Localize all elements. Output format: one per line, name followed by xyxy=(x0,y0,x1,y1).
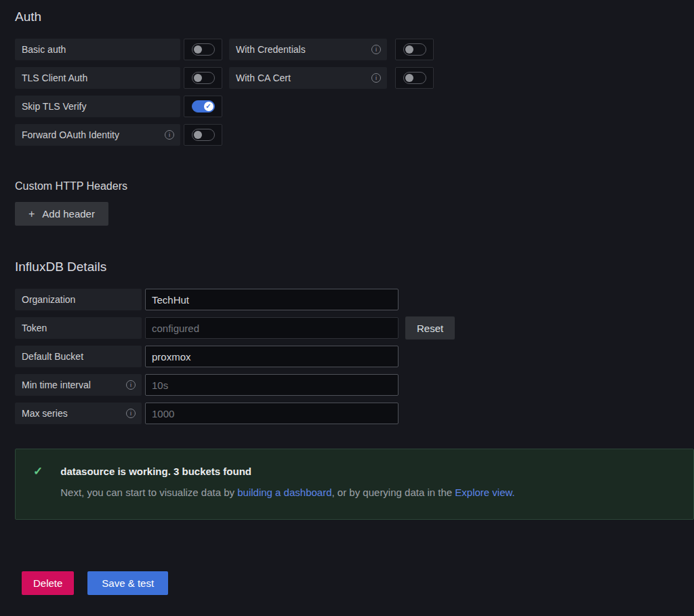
with-credentials-label: With Credentials i xyxy=(229,39,387,60)
max-series-input[interactable] xyxy=(145,403,399,424)
tls-client-auth-toggle[interactable]: ✓ xyxy=(192,72,215,84)
info-icon[interactable]: i xyxy=(371,73,381,83)
influxdb-details-title: InfluxDB Details xyxy=(15,260,694,274)
toggle-knob: ✓ xyxy=(194,131,202,139)
default-bucket-label-text: Default Bucket xyxy=(22,351,83,362)
max-series-label-text: Max series xyxy=(22,408,68,419)
skip-tls-verify-label: Skip TLS Verify xyxy=(15,96,180,117)
toggle-knob: ✓ xyxy=(405,45,413,54)
forward-oauth-toggle[interactable]: ✓ xyxy=(192,129,215,141)
info-icon[interactable]: i xyxy=(126,409,136,418)
tls-client-auth-label-text: TLS Client Auth xyxy=(22,73,87,83)
auth-row-basic: Basic auth ✓ With Credentials i ✓ xyxy=(15,39,694,60)
custom-http-headers-section: Custom HTTP Headers + Add header xyxy=(15,180,694,226)
organization-label: Organization xyxy=(15,289,142,310)
auth-row-skip-tls: Skip TLS Verify ✓ xyxy=(15,96,694,117)
basic-auth-label: Basic auth xyxy=(15,39,180,60)
min-time-interval-label-text: Min time interval xyxy=(22,379,91,390)
auth-toggle-rows: Basic auth ✓ With Credentials i ✓ TLS Cl… xyxy=(15,39,694,146)
min-time-interval-label: Min time interval i xyxy=(15,374,142,396)
building-dashboard-link[interactable]: building a dashboard xyxy=(237,487,331,498)
influxdb-fields: Organization Token Reset Default Bucket xyxy=(15,289,694,424)
alert-message-suffix: . xyxy=(512,487,515,498)
toggle-knob: ✓ xyxy=(405,74,413,82)
token-input[interactable] xyxy=(145,317,399,339)
token-label: Token xyxy=(15,317,142,339)
check-icon: ✓ xyxy=(204,102,213,111)
add-header-button[interactable]: + Add header xyxy=(15,202,108,226)
toggle-knob: ✓ xyxy=(194,45,202,54)
default-bucket-label: Default Bucket xyxy=(15,346,142,367)
auth-row-tls-client: TLS Client Auth ✓ With CA Cert i ✓ xyxy=(15,67,694,89)
forward-oauth-label: Forward OAuth Identity i xyxy=(15,124,180,146)
token-row: Token Reset xyxy=(15,317,694,339)
min-time-interval-input[interactable] xyxy=(145,374,399,396)
info-icon[interactable]: i xyxy=(165,130,174,140)
max-series-row: Max series i xyxy=(15,403,694,424)
basic-auth-switch-box: ✓ xyxy=(184,39,222,60)
alert-message: Next, you can start to visualize data by… xyxy=(60,487,514,498)
basic-auth-label-text: Basic auth xyxy=(22,44,66,55)
with-ca-cert-switch-box: ✓ xyxy=(395,67,434,89)
explore-view-link[interactable]: Explore view xyxy=(455,487,512,498)
toggle-knob: ✓ xyxy=(204,102,213,111)
delete-button[interactable]: Delete xyxy=(22,571,74,595)
max-series-label: Max series i xyxy=(15,403,142,424)
with-ca-cert-label-text: With CA Cert xyxy=(236,73,291,83)
organization-row: Organization xyxy=(15,289,694,310)
basic-auth-toggle[interactable]: ✓ xyxy=(192,43,215,56)
influxdb-details-section: InfluxDB Details Organization Token Rese… xyxy=(15,260,694,424)
default-bucket-input[interactable] xyxy=(145,346,399,367)
info-icon[interactable]: i xyxy=(126,380,136,390)
toggle-knob: ✓ xyxy=(194,74,202,82)
tls-client-auth-label: TLS Client Auth xyxy=(15,67,180,89)
alert-message-middle: , or by querying data in the xyxy=(332,487,455,498)
skip-tls-verify-label-text: Skip TLS Verify xyxy=(22,101,86,112)
with-credentials-label-text: With Credentials xyxy=(236,44,306,55)
alert-title: datasource is working. 3 buckets found xyxy=(60,466,514,477)
info-icon[interactable]: i xyxy=(371,45,381,54)
auth-section-title: Auth xyxy=(15,9,694,24)
action-buttons-row: Delete Save & test xyxy=(22,571,694,595)
alert-body: datasource is working. 3 buckets found N… xyxy=(60,466,514,519)
auth-row-oauth: Forward OAuth Identity i ✓ xyxy=(15,124,694,146)
token-reset-button[interactable]: Reset xyxy=(405,316,455,340)
default-bucket-row: Default Bucket xyxy=(15,346,694,367)
with-ca-cert-label: With CA Cert i xyxy=(229,67,387,89)
organization-input[interactable] xyxy=(145,289,399,310)
organization-label-text: Organization xyxy=(22,294,75,305)
with-ca-cert-toggle[interactable]: ✓ xyxy=(403,72,426,84)
datasource-settings-page: Auth Basic auth ✓ With Credentials i ✓ T… xyxy=(0,0,694,595)
save-and-test-button[interactable]: Save & test xyxy=(87,571,168,595)
add-header-button-label: Add header xyxy=(42,208,95,220)
success-check-icon: ✓ xyxy=(33,466,43,519)
token-label-text: Token xyxy=(22,323,47,333)
forward-oauth-label-text: Forward OAuth Identity xyxy=(22,129,119,140)
plus-icon: + xyxy=(28,208,35,220)
skip-tls-verify-switch-box: ✓ xyxy=(184,96,222,117)
min-time-interval-row: Min time interval i xyxy=(15,374,694,396)
datasource-test-success-alert: ✓ datasource is working. 3 buckets found… xyxy=(15,449,694,520)
with-credentials-toggle[interactable]: ✓ xyxy=(403,43,426,56)
alert-message-prefix: Next, you can start to visualize data by xyxy=(60,487,237,498)
with-credentials-switch-box: ✓ xyxy=(395,39,434,60)
custom-http-headers-title: Custom HTTP Headers xyxy=(15,180,694,192)
skip-tls-verify-toggle[interactable]: ✓ xyxy=(192,100,215,112)
forward-oauth-switch-box: ✓ xyxy=(184,124,222,146)
tls-client-auth-switch-box: ✓ xyxy=(184,67,222,89)
